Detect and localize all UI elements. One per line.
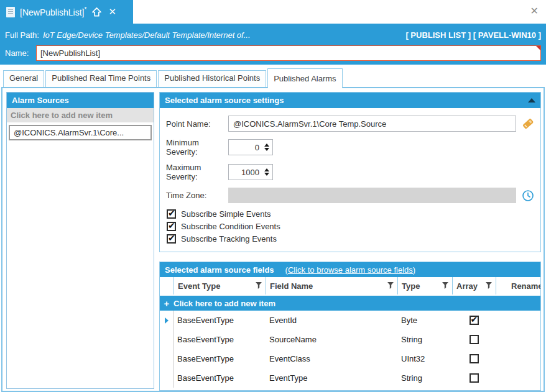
row-indicator-cell (160, 368, 174, 388)
subscribe-condition-events-row: Subscribe Condition Events (167, 222, 534, 231)
current-row-indicator-cell (160, 311, 174, 330)
spin-up-icon[interactable] (264, 144, 269, 147)
tab-published-real-time-points[interactable]: Published Real Time Points (45, 70, 157, 87)
point-name-label: Point Name: (166, 119, 228, 129)
promote-up-arrow-icon[interactable] (91, 7, 102, 17)
alarm-sources-header: Alarm Sources (7, 93, 154, 108)
settings-panel-header: Selected alarm source settings (160, 93, 540, 108)
spin-up-icon[interactable] (264, 168, 269, 171)
array-checkbox[interactable] (470, 316, 479, 325)
fields-panel-header: Selected alarm source fields (Click to b… (160, 262, 540, 277)
filter-funnel-icon[interactable] (486, 281, 492, 291)
field-row[interactable]: BaseEventType EventId Byte (160, 311, 540, 330)
published-alarms-content: Alarm Sources Click here to add new item… (1, 87, 545, 392)
filter-funnel-icon[interactable] (442, 281, 448, 291)
name-input[interactable]: [NewPublishList] (36, 45, 541, 61)
tab-published-alarms[interactable]: Published Alarms (267, 68, 342, 88)
fields-grid: Event Type Field Name Type Array (160, 277, 540, 390)
window-close-icon[interactable]: ✕ (530, 5, 539, 17)
min-severity-label: Minimum Severity: (166, 138, 228, 157)
tab-general[interactable]: General (3, 70, 44, 87)
column-header-rename[interactable]: Rename (496, 277, 540, 294)
column-header-type[interactable]: Type (397, 277, 452, 294)
column-header-event-type[interactable]: Event Type (174, 277, 266, 294)
array-checkbox[interactable] (470, 373, 479, 383)
array-checkbox[interactable] (470, 354, 479, 363)
browse-fields-link[interactable]: (Click to browse alarm source fields) (285, 265, 416, 275)
clock-icon[interactable] (522, 189, 534, 202)
app-header: Full Path: IoT Edge/Device Templates/Def… (0, 24, 546, 65)
point-name-input[interactable]: @ICONICS.AlarmSvr.1\Core Temp.Source (228, 116, 516, 132)
full-path-value: IoT Edge/Device Templates/Default Templa… (43, 30, 251, 40)
max-severity-input[interactable]: 1000 (228, 164, 273, 180)
alarm-sources-add-item[interactable]: Click here to add new item (7, 108, 154, 122)
subscribe-simple-events-row: Subscribe Simple Events (167, 209, 534, 219)
document-icon (6, 7, 15, 17)
time-zone-input-disabled (228, 188, 516, 203)
fields-grid-header: Event Type Field Name Type Array (160, 277, 540, 294)
row-indicator-cell (160, 330, 174, 349)
name-label: Name: (5, 48, 36, 58)
name-input-value: [NewPublishList] (40, 48, 100, 58)
min-severity-input[interactable]: 0 (228, 139, 273, 155)
document-tab-bar: [NewPublishList]* ✕ ✕ (0, 0, 546, 24)
spin-down-icon[interactable] (264, 148, 269, 151)
validation-corner-marker (536, 46, 540, 50)
full-path-label: Full Path: (5, 30, 39, 40)
field-row[interactable]: BaseEventType EventClass UInt32 (160, 349, 540, 368)
max-severity-spinner[interactable] (262, 168, 271, 176)
column-header-field-name[interactable]: Field Name (266, 277, 397, 294)
row-indicator-cell (160, 349, 174, 368)
array-cell (452, 335, 496, 344)
field-row[interactable]: BaseEventType EventType String (160, 368, 540, 388)
tab-strip: General Published Real Time Points Publi… (0, 65, 546, 87)
alarm-sources-panel: Alarm Sources Click here to add new item… (6, 92, 154, 389)
document-tab-title: [NewPublishList]* (20, 6, 86, 17)
time-zone-label: Time Zone: (166, 191, 228, 200)
alarm-source-item[interactable]: @ICONICS.AlarmSvr.1\Core... (9, 125, 152, 140)
subscribe-simple-events-checkbox[interactable] (167, 209, 176, 219)
collapse-arrow-icon[interactable] (528, 98, 535, 103)
modified-marker: * (85, 6, 87, 13)
array-checkbox[interactable] (470, 335, 479, 344)
column-header-array[interactable]: Array (452, 277, 496, 294)
fields-add-row[interactable]: + Click here to add new item (160, 296, 540, 311)
tab-published-historical-points[interactable]: Published Historical Points (158, 70, 266, 87)
subscribe-tracking-events-checkbox[interactable] (167, 234, 176, 244)
field-row[interactable]: BaseEventType SourceName String (160, 330, 540, 349)
min-severity-spinner[interactable] (262, 144, 271, 151)
indicator-column-header (160, 277, 174, 294)
alarm-source-fields-panel: Selected alarm source fields (Click to b… (159, 262, 541, 391)
current-row-indicator-icon (165, 317, 169, 324)
spin-down-icon[interactable] (264, 173, 269, 176)
plus-icon: + (160, 298, 174, 309)
alarm-source-settings-panel: Selected alarm source settings Point Nam… (159, 92, 541, 252)
document-tab-close-icon[interactable]: ✕ (108, 6, 116, 17)
filter-funnel-icon[interactable] (387, 281, 394, 291)
array-cell (452, 354, 496, 363)
max-severity-label: Maximum Severity: (166, 163, 228, 181)
tag-browse-icon[interactable] (522, 117, 534, 130)
array-cell (452, 316, 496, 325)
array-cell (452, 373, 496, 383)
subscribe-condition-events-checkbox[interactable] (167, 222, 176, 231)
subscribe-tracking-events-row: Subscribe Tracking Events (167, 234, 534, 244)
context-badges: [ PUBLISH LIST ] [ PAVELL-WIN10 ] (405, 30, 541, 40)
filter-funnel-icon[interactable] (256, 281, 262, 291)
document-tab[interactable]: [NewPublishList]* ✕ (0, 0, 133, 24)
right-column: Selected alarm source settings Point Nam… (159, 92, 541, 391)
